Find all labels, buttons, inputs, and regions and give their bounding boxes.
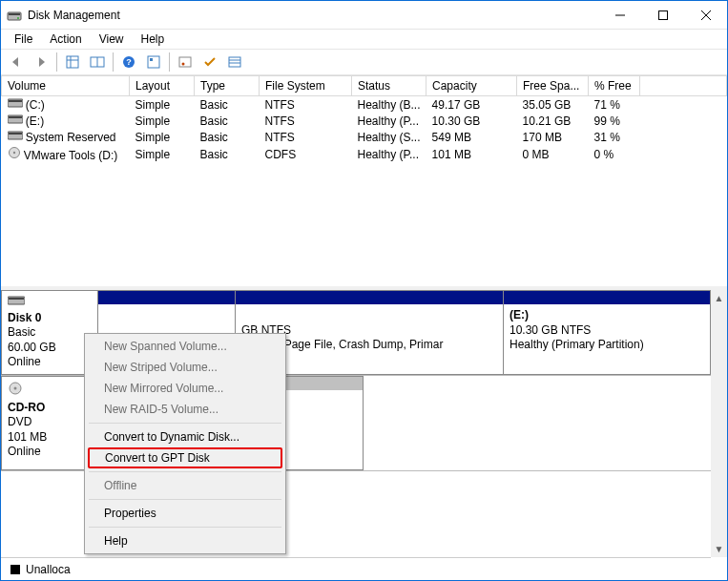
- volume-list-pane: Volume Layout Type File System Status Ca…: [1, 75, 727, 290]
- cell-status: Healthy (S...: [352, 129, 426, 145]
- svg-point-29: [14, 387, 17, 390]
- cell-layout: Simple: [130, 96, 195, 114]
- list-icon[interactable]: [223, 51, 246, 73]
- cell-fs: NTFS: [260, 129, 352, 145]
- cell-layout: Simple: [130, 113, 195, 129]
- cell-pct: 71 %: [589, 96, 640, 114]
- disk-type: Basic: [8, 325, 35, 339]
- cell-capacity: 101 MB: [426, 145, 517, 163]
- cell-free: 35.05 GB: [517, 96, 589, 114]
- maximize-button[interactable]: [641, 1, 684, 29]
- svg-point-14: [182, 63, 185, 66]
- cell-fs: NTFS: [260, 96, 352, 114]
- col-status[interactable]: Status: [352, 76, 426, 96]
- cell-type: Basic: [195, 145, 260, 163]
- cell-free: 0 MB: [517, 145, 589, 163]
- minimize-button[interactable]: [598, 1, 641, 29]
- col-capacity[interactable]: Capacity: [426, 76, 517, 96]
- refresh-icon[interactable]: [142, 51, 165, 73]
- disk-name: CD-RO: [8, 401, 92, 416]
- disk-icon: [8, 98, 23, 112]
- partition-name: [241, 308, 497, 323]
- vertical-scrollbar[interactable]: ▲ ▼: [711, 290, 727, 557]
- back-button[interactable]: [5, 51, 28, 73]
- cell-type: Basic: [195, 129, 260, 145]
- cell-type: Basic: [195, 96, 260, 114]
- cell-status: Healthy (P...: [352, 113, 426, 129]
- volume-name: (C:): [26, 98, 45, 112]
- cell-layout: Simple: [130, 145, 195, 163]
- menu-file[interactable]: File: [7, 31, 40, 48]
- partition-size: 10.30 GB NTFS: [510, 323, 591, 337]
- cell-type: Basic: [195, 113, 260, 129]
- cell-free: 170 MB: [517, 129, 589, 145]
- legend: Unalloca: [1, 557, 711, 580]
- menu-help[interactable]: Help: [134, 31, 173, 48]
- action-icon[interactable]: [174, 51, 197, 73]
- menu-separator: [89, 499, 281, 500]
- svg-rect-3: [658, 10, 667, 19]
- disk-type: DVD: [8, 415, 31, 428]
- check-icon[interactable]: [198, 51, 221, 73]
- menu-separator: [89, 471, 281, 472]
- svg-point-2: [17, 17, 19, 19]
- svg-rect-1: [9, 13, 20, 15]
- table-row[interactable]: (C:)SimpleBasicNTFSHealthy (B...49.17 GB…: [2, 96, 727, 114]
- col-volume[interactable]: Volume: [2, 76, 130, 96]
- toolbar: ?: [1, 49, 727, 75]
- menu-help[interactable]: Help: [87, 530, 283, 551]
- svg-rect-11: [148, 56, 159, 68]
- forward-button[interactable]: [30, 51, 52, 73]
- view-icon[interactable]: [86, 51, 109, 73]
- menu-offline: Offline: [87, 475, 283, 496]
- col-filesystem[interactable]: File System: [260, 76, 352, 96]
- svg-point-25: [12, 152, 14, 154]
- scroll-down-icon[interactable]: ▼: [711, 541, 727, 557]
- menu-separator: [89, 423, 281, 424]
- svg-rect-27: [9, 298, 24, 300]
- legend-swatch-icon: [10, 565, 20, 574]
- col-blank[interactable]: [640, 76, 727, 96]
- disk-status: Online: [8, 355, 41, 368]
- window-controls: [598, 1, 727, 29]
- table-row[interactable]: (E:)SimpleBasicNTFSHealthy (P...10.30 GB…: [2, 113, 727, 129]
- col-layout[interactable]: Layout: [130, 76, 195, 96]
- menu-properties[interactable]: Properties: [87, 503, 283, 524]
- scroll-up-icon[interactable]: ▲: [711, 290, 727, 306]
- menubar: File Action View Help: [1, 30, 727, 49]
- help-icon[interactable]: ?: [117, 51, 140, 73]
- cell-layout: Simple: [130, 129, 195, 145]
- partition[interactable]: (E:) 10.30 GB NTFS Healthy (Primary Part…: [503, 290, 711, 375]
- menu-convert-dynamic[interactable]: Convert to Dynamic Disk...: [87, 426, 283, 447]
- toolbar-separator: [56, 52, 57, 72]
- partition-header: [98, 291, 235, 304]
- volume-name: (E:): [26, 114, 44, 128]
- menu-new-mirrored: New Mirrored Volume...: [87, 378, 283, 399]
- legend-item-unallocated: Unalloca: [10, 563, 71, 576]
- col-pctfree[interactable]: % Free: [589, 76, 640, 96]
- partition-status: Healthy (Primary Partition): [510, 338, 644, 351]
- menu-separator: [89, 527, 281, 528]
- table-row[interactable]: System ReservedSimpleBasicNTFSHealthy (S…: [2, 129, 727, 145]
- settings-icon[interactable]: [61, 51, 84, 73]
- partition-header: [236, 291, 503, 304]
- table-row[interactable]: VMware Tools (D:)SimpleBasicCDFSHealthy …: [2, 145, 727, 163]
- cell-capacity: 49.17 GB: [426, 96, 517, 114]
- disk-icon: [8, 131, 23, 144]
- svg-rect-19: [9, 100, 22, 102]
- disk-icon: [8, 114, 23, 128]
- close-button[interactable]: [684, 1, 727, 29]
- col-freespace[interactable]: Free Spa...: [517, 76, 589, 96]
- context-menu: New Spanned Volume... New Striped Volume…: [84, 333, 286, 554]
- cell-capacity: 10.30 GB: [426, 113, 517, 129]
- volume-name: VMware Tools (D:): [24, 149, 117, 162]
- volume-table[interactable]: Volume Layout Type File System Status Ca…: [1, 75, 727, 163]
- disk-size: 101 MB: [8, 430, 47, 444]
- window-title: Disk Management: [28, 9, 598, 22]
- menu-view[interactable]: View: [92, 31, 132, 48]
- disk-size: 60.00 GB: [8, 341, 56, 354]
- menu-convert-gpt[interactable]: Convert to GPT Disk: [88, 447, 282, 468]
- col-type[interactable]: Type: [195, 76, 260, 96]
- menu-action[interactable]: Action: [42, 31, 89, 48]
- table-header-row: Volume Layout Type File System Status Ca…: [2, 76, 727, 96]
